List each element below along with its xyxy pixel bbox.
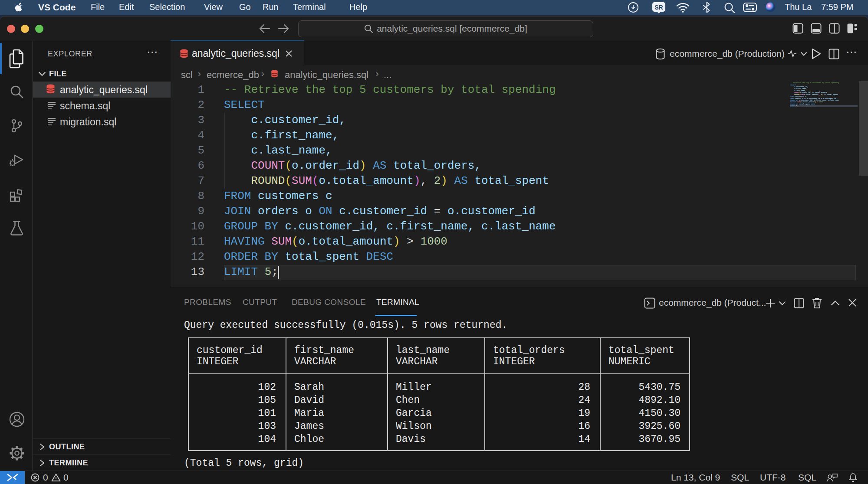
svg-text:SR: SR	[654, 4, 663, 11]
